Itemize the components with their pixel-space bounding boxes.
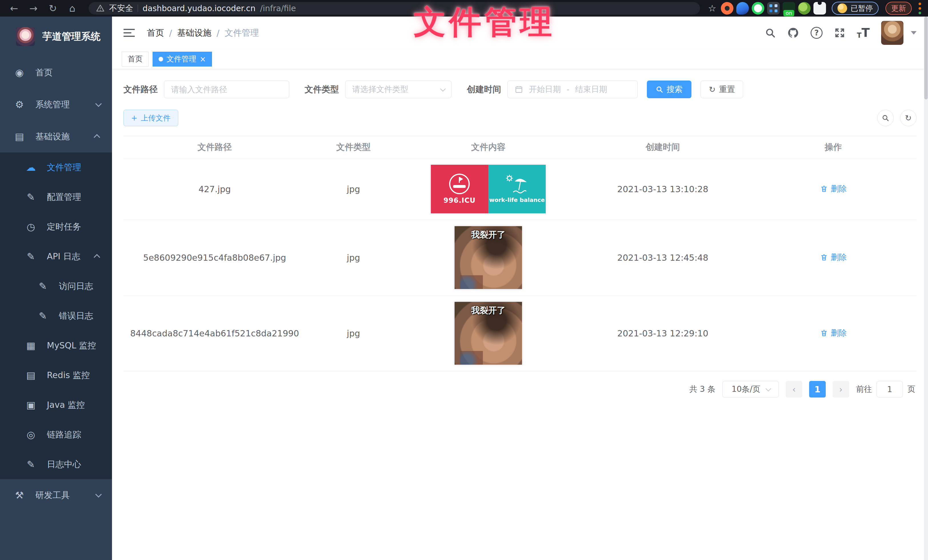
sidebar-item-system[interactable]: ⚙ 系统管理 [0,88,112,120]
font-size-icon[interactable]: TT [857,27,870,39]
extension-icon-pin[interactable] [736,2,749,15]
sidebar-item-error-log[interactable]: ✎ 错误日志 [0,301,112,331]
file-path-input[interactable] [164,81,289,98]
sidebar-item-home[interactable]: ◉ 首页 [0,56,112,88]
sidebar-item-mysql-monitor[interactable]: ▦ MySQL 监控 [0,331,112,361]
breadcrumb-home[interactable]: 首页 [147,27,164,39]
chevron-down-icon [95,491,102,498]
sidebar-item-trace[interactable]: ◎ 链路追踪 [0,420,112,449]
extension-icon-leaf[interactable] [798,2,810,15]
cell-create-time: 2021-03-13 13:10:28 [575,158,750,220]
goto-page-input[interactable] [876,381,903,397]
cell-create-time: 2021-03-13 12:29:10 [575,295,750,371]
url-host[interactable]: dashboard.yudao.iocoder.cn [143,4,255,13]
app-window: 芋道管理系统 ◉ 首页 ⚙ 系统管理 ▤ 基础设施 ☁ 文件管理 [0,17,928,560]
page-size-select[interactable]: 10条/页 [722,381,779,397]
sidebar-item-api-log[interactable]: ✎ API 日志 [0,242,112,271]
address-bar[interactable]: 不安全 dashboard.yudao.iocoder.cn /infra/fi… [89,2,700,15]
search-icon [656,86,663,93]
file-preview-image[interactable]: 996.ICU [431,165,546,213]
gear-icon: ⚙ [13,99,26,110]
browser-reload-icon[interactable]: ↻ [44,0,61,17]
next-page-button[interactable]: › [833,381,849,397]
user-avatar[interactable] [881,21,904,45]
header-file-type: 文件类型 [306,136,401,158]
sidebar-item-redis-monitor[interactable]: ▤ Redis 监控 [0,361,112,390]
extension-icon-grid[interactable] [767,2,780,15]
sidebar-item-scheduled-jobs[interactable]: ◷ 定时任务 [0,212,112,242]
sidebar-toggle-icon[interactable] [124,29,135,37]
extension-icon-switch[interactable]: on [783,2,795,15]
file-table: 文件路径 文件类型 文件内容 创建时间 操作 427.jpg jpg [124,136,917,371]
sidebar: 芋道管理系统 ◉ 首页 ⚙ 系统管理 ▤ 基础设施 ☁ 文件管理 [0,17,112,560]
sidebar-item-config[interactable]: ✎ 配置管理 [0,182,112,212]
beach-umbrella-icon [505,175,529,195]
page-number-button[interactable]: 1 [809,381,826,397]
date-range-picker[interactable]: 开始日期 - 结束日期 [507,81,638,98]
reset-button[interactable]: ↻ 重置 [701,81,743,98]
cell-file-path: 5e8609290e915c4fa8b08e67.jpg [124,220,306,295]
goto-label: 前往 [856,384,872,395]
search-button[interactable]: 搜索 [647,81,691,98]
bookmark-star-icon[interactable]: ☆ [708,3,716,14]
browser-home-icon[interactable]: ⌂ [64,0,81,17]
close-tag-icon[interactable]: × [200,55,206,63]
browser-menu-icon[interactable] [919,3,921,14]
sidebar-item-infra[interactable]: ▤ 基础设施 [0,120,112,152]
edit-icon: ✎ [24,191,37,203]
fullscreen-icon[interactable] [834,27,846,38]
delete-button[interactable]: 删除 [820,327,847,338]
delete-button[interactable]: 删除 [820,183,847,194]
user-menu-caret-icon[interactable] [911,31,917,35]
refresh-table-button[interactable]: ↻ [900,110,917,126]
tag-file-management[interactable]: 文件管理 × [153,52,212,67]
sidebar-item-log-center[interactable]: ✎ 日志中心 [0,449,112,479]
header-actions: 操作 [750,136,917,158]
cell-file-content: 我裂开了 [401,295,576,371]
extension-icon-orange[interactable] [721,2,733,15]
search-icon[interactable] [765,27,776,38]
sidebar-item-access-log[interactable]: ✎ 访问日志 [0,271,112,301]
sidebar-item-file-management[interactable]: ☁ 文件管理 [0,152,112,182]
prev-page-button[interactable]: ‹ [786,381,802,397]
not-secure-warning-icon [96,4,105,12]
tags-view-bar: 首页 文件管理 × [112,49,928,69]
sidebar-item-java-monitor[interactable]: ▣ Java 监控 [0,390,112,420]
file-preview-image[interactable]: 我裂开了 [455,226,522,289]
right-toolbar: ↻ [871,110,917,126]
file-path-input-field[interactable] [171,85,282,94]
sidebar-logo-row[interactable]: 芋道管理系统 [0,17,112,56]
show-search-toggle-button[interactable] [877,110,894,126]
browser-update-button[interactable]: 更新 [885,2,912,15]
browser-forward-icon[interactable]: → [25,0,42,17]
log-icon: ✎ [37,310,49,321]
delete-button[interactable]: 删除 [820,252,847,263]
chevron-down-icon [95,100,102,107]
eye-icon: ◎ [24,429,37,440]
top-navbar: 首页 / 基础设施 / 文件管理 ? [112,17,928,49]
table-row: 8448cada8c714e4ab61f521c8da21990 jpg 我裂开… [124,295,917,371]
extension-icon-green-ring[interactable] [752,2,764,15]
url-path[interactable]: /infra/file [260,4,296,13]
app-logo [16,27,35,46]
security-status-label[interactable]: 不安全 [109,3,133,14]
996-bed-icon [449,173,470,194]
github-icon[interactable] [787,27,799,39]
cell-actions: 删除 [750,295,917,371]
page-scrollbar[interactable] [924,17,928,560]
profile-paused-pill[interactable]: 已暂停 [832,2,879,15]
help-icon[interactable]: ? [810,27,823,39]
cell-actions: 删除 [750,220,917,295]
navbar-actions: ? TT [765,21,917,45]
scrollbar-thumb[interactable] [924,17,928,99]
tag-home[interactable]: 首页 [122,52,148,67]
file-type-select[interactable]: 请选择文件类型 [345,81,452,98]
file-type-label: 文件类型 [305,84,339,95]
file-preview-image[interactable]: 我裂开了 [455,302,522,365]
extensions-puzzle-icon[interactable] [814,2,826,15]
date-separator: - [566,85,569,94]
chevron-down-icon [765,386,771,391]
sidebar-item-dev-tools[interactable]: ⚒ 研发工具 [0,479,112,511]
browser-back-icon[interactable]: ← [6,0,22,17]
upload-file-button[interactable]: + 上传文件 [124,110,178,126]
